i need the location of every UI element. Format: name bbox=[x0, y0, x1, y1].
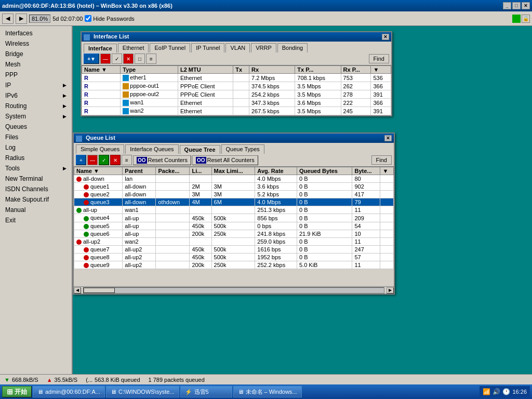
minimize-button[interactable]: _ bbox=[503, 2, 511, 9]
queue-table-row[interactable]: queue4 all-up 450k 500k 856 bps 0 B 209 bbox=[74, 214, 394, 222]
interface-list-close-button[interactable]: ✕ bbox=[382, 34, 389, 40]
find-button[interactable]: Find bbox=[369, 54, 389, 63]
tab-interface-queues[interactable]: Interface Queues bbox=[125, 144, 178, 154]
hide-passwords-checkbox[interactable] bbox=[85, 15, 91, 22]
queue-table-row[interactable]: all-down lan 4.0 Mbps 0 B 80 bbox=[74, 175, 394, 183]
remove-button[interactable]: — bbox=[100, 54, 111, 64]
forward-button[interactable]: ▶ bbox=[16, 14, 27, 24]
tab-ip-tunnel[interactable]: IP Tunnel bbox=[191, 43, 224, 52]
interface-list-titlebar[interactable]: Interface List ✕ bbox=[82, 32, 391, 42]
q-col-maxlimit[interactable]: Max Limi... bbox=[211, 167, 255, 175]
maximize-button[interactable]: □ bbox=[512, 2, 521, 9]
add-button[interactable]: +▼ bbox=[84, 54, 99, 64]
close-button[interactable]: ✕ bbox=[522, 2, 530, 9]
q-col-packet[interactable]: Packe... bbox=[156, 167, 190, 175]
queue-list-close-button[interactable]: ✕ bbox=[384, 135, 392, 141]
col-type[interactable]: Type bbox=[121, 66, 178, 74]
interface-table-row[interactable]: R ether1 Ethernet 7.2 Mbps 708.1 kbps 75… bbox=[82, 74, 391, 82]
taskbar-item-3[interactable]: 🖥 未命名 – Windows... bbox=[233, 386, 302, 397]
sidebar-item-system[interactable]: System ▶ bbox=[0, 111, 72, 122]
enable-button[interactable]: ✓ bbox=[112, 54, 122, 64]
col-rxp[interactable]: Rx P... bbox=[341, 66, 371, 74]
sidebar-item-log[interactable]: Log bbox=[0, 142, 72, 153]
queue-remove-button[interactable]: — bbox=[87, 155, 98, 165]
sidebar-item-ip[interactable]: IP ▶ bbox=[0, 80, 72, 90]
queue-table-row[interactable]: queue7 all-up2 450k 500k 1616 bps 0 B 24… bbox=[74, 245, 394, 253]
tab-interface[interactable]: Interface bbox=[84, 44, 117, 53]
copy-button[interactable]: □ bbox=[135, 54, 145, 64]
tab-eoip-tunnel[interactable]: EoIP Tunnel bbox=[150, 43, 190, 52]
queue-table-row[interactable]: queue9 all-up2 200k 250k 252.2 kbps 5.0 … bbox=[74, 261, 394, 269]
taskbar-item-0[interactable]: 🖥 admin@00:60:DF:A... bbox=[33, 386, 105, 397]
queue-table-row[interactable]: queue3 all-down othdown 4M 6M 4.0 Mbps 0… bbox=[74, 198, 394, 206]
sidebar-item-tools[interactable]: Tools ▶ bbox=[0, 163, 72, 174]
col-rx[interactable]: Rx bbox=[249, 66, 295, 74]
tab-queue-tree[interactable]: Queue Tree bbox=[180, 145, 220, 154]
tab-vlan[interactable]: VLAN bbox=[225, 43, 250, 52]
q-col-name[interactable]: Name ▼ bbox=[74, 167, 123, 175]
sidebar-item-supout[interactable]: Make Supout.rif bbox=[0, 194, 72, 205]
interface-table-row[interactable]: R wan1 Ethernet 347.3 kbps 3.6 Mbps 222 … bbox=[82, 99, 391, 107]
queue-scrollbar[interactable]: ◀ ▶ bbox=[74, 286, 394, 294]
sidebar-item-ipv6[interactable]: IPv6 ▶ bbox=[0, 90, 72, 101]
taskbar-item-1[interactable]: 🖥 C:\WINDOWS\syste... bbox=[106, 386, 179, 397]
queue-find-button[interactable]: Find bbox=[371, 155, 392, 165]
reset-counters-button[interactable]: OO Reset Counters bbox=[133, 155, 191, 165]
q-col-limit[interactable]: Li... bbox=[190, 167, 211, 175]
queue-table-row[interactable]: queue2 all-down 3M 3M 5.2 kbps 0 B 417 bbox=[74, 191, 394, 198]
col-l2mtu[interactable]: L2 MTU bbox=[178, 66, 233, 74]
queue-enable-button[interactable]: ✓ bbox=[99, 155, 109, 165]
sidebar-item-exit[interactable]: Exit bbox=[0, 215, 72, 225]
tab-ethernet[interactable]: Ethernet bbox=[118, 43, 149, 52]
disable-button[interactable]: ✕ bbox=[123, 54, 134, 64]
interface-table-row[interactable]: R pppoe-out1 PPPoE Client 374.5 kbps 3.5… bbox=[82, 82, 391, 90]
interface-table-row[interactable]: R pppoe-out2 PPPoE Client 254.2 kbps 3.5… bbox=[82, 90, 391, 99]
queue-table-row[interactable]: all-up2 wan2 259.0 kbps 0 B 11 bbox=[74, 237, 394, 245]
tab-bonding[interactable]: Bonding bbox=[277, 43, 308, 52]
sidebar-item-new-terminal[interactable]: New Terminal bbox=[0, 174, 72, 184]
queue-table-row[interactable]: queue1 all-down 2M 3M 3.6 kbps 0 B 902 bbox=[74, 183, 394, 191]
scroll-track[interactable] bbox=[83, 287, 384, 294]
sidebar-item-routing[interactable]: Routing ▶ bbox=[0, 101, 72, 111]
sidebar-item-radius[interactable]: Radius bbox=[0, 153, 72, 163]
sidebar-item-mesh[interactable]: Mesh bbox=[0, 59, 72, 70]
col-txp[interactable]: Tx P... bbox=[295, 66, 341, 74]
q-col-parent[interactable]: Parent bbox=[123, 167, 156, 175]
sidebar-item-isdn[interactable]: ISDN Channels bbox=[0, 184, 72, 194]
q-col-bytes[interactable]: Byte... bbox=[352, 167, 380, 175]
queue-add-button[interactable]: + bbox=[76, 155, 86, 165]
q-col-avgrate[interactable]: Avg. Rate bbox=[255, 167, 297, 175]
tab-vrrp[interactable]: VRRP bbox=[251, 43, 276, 52]
queue-table-row[interactable]: queue6 all-up 200k 250k 241.8 kbps 21.9 … bbox=[74, 230, 394, 237]
sidebar-item-manual[interactable]: Manual bbox=[0, 205, 72, 215]
queue-table-row[interactable]: queue8 all-up2 450k 500k 1952 bps 0 B 57 bbox=[74, 253, 394, 261]
reset-all-counters-button[interactable]: OO Reset All Counters bbox=[192, 155, 258, 165]
tab-queue-types[interactable]: Queue Types bbox=[221, 144, 264, 154]
back-button[interactable]: ◀ bbox=[2, 14, 14, 24]
sidebar-item-ppp[interactable]: PPP bbox=[0, 70, 72, 80]
sidebar-item-files[interactable]: Files bbox=[0, 132, 72, 142]
queue-disable-button[interactable]: ✕ bbox=[110, 155, 121, 165]
start-button[interactable]: ⊞ 开始 bbox=[2, 386, 32, 397]
sidebar-item-wireless[interactable]: Wireless bbox=[0, 38, 72, 49]
queue-filter-button[interactable]: ≡ bbox=[122, 155, 132, 165]
queue-table-container[interactable]: Name ▼ Parent Packe... Li... Max Limi...… bbox=[74, 167, 394, 286]
sidebar-item-bridge[interactable]: Bridge bbox=[0, 49, 72, 59]
tab-simple-queues[interactable]: Simple Queues bbox=[76, 144, 124, 154]
taskbar-item-2[interactable]: ⚡ 迅雷5 bbox=[180, 386, 232, 397]
queue-list-titlebar[interactable]: Queue List ✕ bbox=[74, 134, 394, 143]
col-name[interactable]: Name ▼ bbox=[82, 66, 121, 74]
sort-button[interactable]: ≡ bbox=[146, 54, 156, 64]
hide-passwords-label[interactable]: Hide Passwords bbox=[85, 15, 134, 22]
col-tx[interactable]: Tx bbox=[233, 66, 249, 74]
sidebar-item-interfaces[interactable]: Interfaces bbox=[0, 28, 72, 38]
interface-table-row[interactable]: R wan2 Ethernet 267.5 kbps 3.5 Mbps 245 … bbox=[82, 107, 391, 115]
scroll-thumb[interactable] bbox=[84, 288, 115, 293]
queue-table-row[interactable]: queue5 all-up 450k 500k 0 bps 0 B 54 bbox=[74, 222, 394, 230]
q-col-queuedbytes[interactable]: Queued Bytes bbox=[297, 167, 352, 175]
queue-table-row[interactable]: all-up wan1 251.3 kbps 0 B 11 bbox=[74, 206, 394, 214]
interface-table-container[interactable]: Name ▼ Type L2 MTU Tx Rx Tx P... Rx P...… bbox=[82, 65, 391, 115]
scroll-left-button[interactable]: ◀ bbox=[74, 287, 81, 294]
scroll-right-button[interactable]: ▶ bbox=[387, 287, 394, 294]
sidebar-item-queues[interactable]: Queues bbox=[0, 122, 72, 132]
